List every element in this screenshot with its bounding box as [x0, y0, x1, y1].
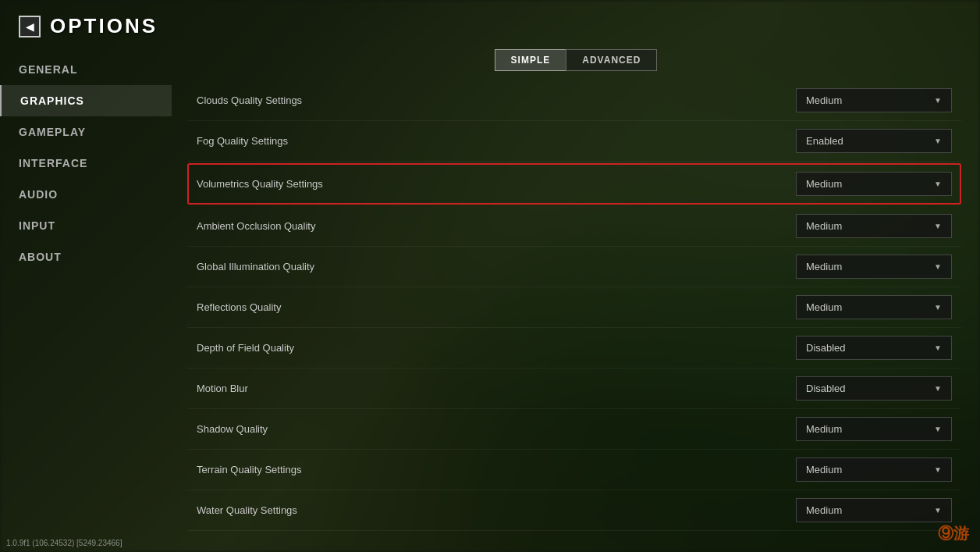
setting-dropdown[interactable]: Enabled▼ [796, 129, 952, 153]
setting-label: Fog Quality Settings [197, 135, 796, 147]
tab-simple[interactable]: SIMPLE [495, 49, 566, 71]
setting-dropdown[interactable]: Medium▼ [796, 214, 952, 238]
setting-row: Water Quality SettingsMedium▼ [187, 490, 961, 531]
setting-row: Volumetrics Quality SettingsMedium▼ [187, 163, 961, 205]
watermark: ⑨游 [938, 523, 969, 544]
setting-value: Medium [806, 220, 842, 232]
setting-row: Reflections QualityMedium▼ [187, 287, 961, 328]
settings-list: Clouds Quality SettingsMedium▼Fog Qualit… [187, 80, 964, 534]
tab-advanced[interactable]: ADVANCED [566, 49, 657, 71]
sidebar: GENERALGRAPHICSGAMEPLAYINTERFACEAUDIOINP… [0, 46, 172, 534]
sidebar-item-graphics[interactable]: GRAPHICS [0, 85, 172, 116]
version-info: 1.0.9f1 (106.24532) [5249.23466] [0, 534, 980, 552]
setting-row: Depth of Field QualityDisabled▼ [187, 328, 961, 369]
setting-value: Medium [806, 94, 842, 106]
chevron-down-icon: ▼ [934, 222, 942, 230]
chevron-down-icon: ▼ [934, 465, 942, 474]
setting-label: Shadow Quality [197, 423, 796, 435]
setting-value: Disabled [806, 342, 846, 354]
setting-value: Medium [806, 301, 842, 313]
sidebar-item-about[interactable]: ABOUT [0, 241, 172, 272]
setting-label: Water Quality Settings [197, 504, 796, 516]
setting-row: Ambient Occlusion QualityMedium▼ [187, 206, 961, 247]
setting-row: Global Illumination QualityMedium▼ [187, 247, 961, 287]
tab-bar: SIMPLE ADVANCED [187, 46, 964, 71]
chevron-down-icon: ▼ [934, 180, 942, 188]
setting-row: Terrain Quality SettingsMedium▼ [187, 450, 961, 490]
setting-value: Medium [806, 261, 842, 272]
setting-value: Disabled [806, 383, 846, 394]
setting-row: Motion BlurDisabled▼ [187, 369, 961, 409]
setting-dropdown[interactable]: Disabled▼ [796, 376, 952, 401]
setting-label: Motion Blur [197, 383, 796, 394]
setting-dropdown[interactable]: Medium▼ [796, 172, 952, 196]
sidebar-item-input[interactable]: INPUT [0, 210, 172, 241]
setting-value: Medium [806, 464, 842, 475]
setting-value: Enabled [806, 135, 843, 147]
setting-row: Shadow QualityMedium▼ [187, 409, 961, 450]
chevron-down-icon: ▼ [934, 425, 942, 433]
page-title: OPTIONS [50, 14, 158, 38]
setting-dropdown[interactable]: Medium▼ [796, 255, 952, 279]
chevron-down-icon: ▼ [934, 96, 942, 105]
setting-dropdown[interactable]: Medium▼ [796, 295, 952, 319]
setting-value: Medium [806, 504, 842, 516]
setting-label: Depth of Field Quality [197, 342, 796, 354]
setting-dropdown[interactable]: Medium▼ [796, 498, 952, 522]
back-button[interactable]: ◀ [19, 16, 41, 37]
setting-label: Ambient Occlusion Quality [197, 220, 796, 232]
setting-value: Medium [806, 423, 842, 435]
sidebar-item-gameplay[interactable]: GAMEPLAY [0, 116, 172, 148]
sidebar-item-general[interactable]: GENERAL [0, 54, 172, 85]
setting-label: Terrain Quality Settings [197, 464, 796, 475]
right-panel: SIMPLE ADVANCED Clouds Quality SettingsM… [172, 46, 980, 534]
sidebar-item-audio[interactable]: AUDIO [0, 179, 172, 210]
setting-dropdown[interactable]: Medium▼ [796, 417, 952, 441]
chevron-down-icon: ▼ [934, 506, 942, 515]
setting-label: Reflections Quality [197, 301, 796, 313]
chevron-down-icon: ▼ [934, 384, 942, 393]
chevron-down-icon: ▼ [934, 303, 942, 312]
chevron-down-icon: ▼ [934, 262, 942, 271]
setting-dropdown[interactable]: Disabled▼ [796, 336, 952, 360]
sidebar-item-interface[interactable]: INTERFACE [0, 148, 172, 179]
setting-label: Volumetrics Quality Settings [197, 178, 796, 190]
setting-label: Clouds Quality Settings [197, 94, 796, 106]
setting-dropdown[interactable]: Medium▼ [796, 458, 952, 482]
setting-row: Fog Quality SettingsEnabled▼ [187, 121, 961, 162]
setting-label: Global Illumination Quality [197, 261, 796, 272]
chevron-down-icon: ▼ [934, 137, 942, 145]
setting-row: Clouds Quality SettingsMedium▼ [187, 80, 961, 121]
setting-dropdown[interactable]: Medium▼ [796, 88, 952, 112]
setting-value: Medium [806, 178, 842, 190]
chevron-down-icon: ▼ [934, 344, 942, 352]
